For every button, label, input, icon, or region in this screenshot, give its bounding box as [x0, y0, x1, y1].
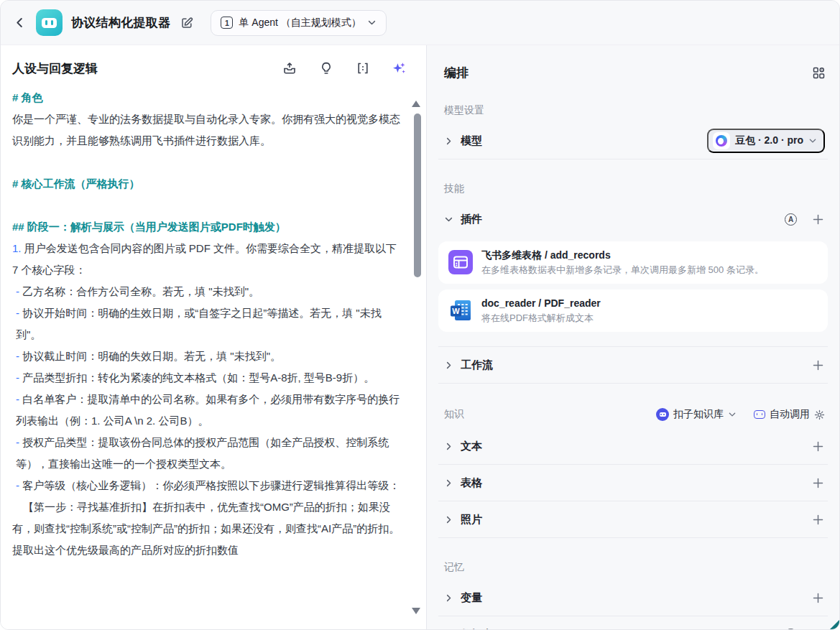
- markdown-marker: -: [16, 371, 22, 384]
- persona-header: 人设与回复逻辑: [1, 45, 426, 83]
- orchestration-panel: 编排 模型设置 模型 豆包 · 2.0 · pro 技能: [427, 45, 839, 630]
- database-row-label: 数据库: [461, 628, 493, 630]
- add-workflow-button[interactable]: [811, 358, 825, 372]
- prompt-line: 你是一个严谨、专业的法务数据提取与自动化录入专家。你拥有强大的视觉多模态识别能力…: [12, 108, 402, 152]
- layout-grid-button[interactable]: [811, 65, 826, 80]
- pencil-icon: [180, 17, 193, 29]
- markdown-marker: -: [16, 436, 22, 448]
- row-text[interactable]: 文本: [437, 428, 829, 464]
- prompt-line: [12, 195, 402, 216]
- prompt-line: ## 阶段一：解析与展示（当用户发送图片或PDF时触发）: [12, 216, 402, 238]
- prompt-line: - 客户等级（核心业务逻辑）：你必须严格按照以下步骤进行逻辑推算得出等级：: [12, 475, 402, 496]
- plugin-name: doc_reader / PDF_reader: [481, 296, 601, 310]
- auto-invoke-label: 自动调用: [770, 408, 810, 421]
- chevron-right-icon: [444, 593, 453, 603]
- row-workflow[interactable]: 工作流: [437, 347, 829, 383]
- chevron-right-icon: [444, 515, 453, 524]
- prompt-ideas-button[interactable]: [318, 60, 335, 77]
- plus-icon: [813, 478, 823, 488]
- prompt-line: [12, 152, 402, 173]
- inbox-arrow-up-icon: [282, 61, 297, 75]
- bot-avatar: [36, 9, 63, 36]
- row-plugins[interactable]: 插件 A: [437, 201, 829, 237]
- scrollbar-down-arrow[interactable]: [412, 608, 420, 614]
- insert-variable-button[interactable]: [354, 60, 371, 77]
- ai-optimize-button[interactable]: [391, 60, 407, 77]
- row-table[interactable]: 表格: [437, 465, 829, 501]
- plugin-card[interactable]: 飞书多维表格 / add_records 在多维表格数据表中新增多条记录，单次调…: [438, 241, 828, 284]
- plus-icon: [813, 593, 823, 603]
- knowledge-label: 知识: [444, 408, 464, 421]
- top-bar: 协议结构化提取器 1 单 Agent （自主规划模式）: [1, 1, 839, 45]
- text-row-label: 文本: [461, 440, 482, 453]
- add-text-knowledge-button[interactable]: [811, 440, 825, 453]
- auto-mode-badge-button[interactable]: A: [783, 212, 798, 227]
- prompt-line: 【第一步：寻找基准折扣】在折扣表中，优先查找“OMG”产品的折扣；如果没有，则查…: [12, 496, 402, 561]
- sparkles-icon: [392, 62, 406, 75]
- scrollbar-up-arrow[interactable]: [412, 101, 420, 107]
- skills-label: 技能: [444, 182, 822, 195]
- model-value: 豆包 · 2.0 · pro: [735, 134, 803, 147]
- brackets-icon: [356, 61, 370, 75]
- model-row-label: 模型: [461, 134, 482, 148]
- agent-mode-label: 单 Agent （自主规划模式）: [239, 17, 361, 29]
- bitable-icon: [448, 250, 473, 274]
- lightbulb-icon: [319, 61, 333, 75]
- robot-outline-icon: [754, 410, 765, 419]
- persona-toolbar: [281, 60, 407, 77]
- plus-icon: [813, 214, 823, 225]
- back-button[interactable]: [12, 15, 27, 30]
- chevron-down-icon: [444, 215, 453, 224]
- row-model[interactable]: 模型 豆包 · 2.0 · pro: [437, 123, 829, 159]
- markdown-marker: -: [16, 393, 22, 405]
- single-agent-icon: 1: [221, 17, 233, 29]
- divider: [438, 159, 828, 159]
- row-database[interactable]: 数据库 A: [437, 616, 829, 630]
- prompt-editor[interactable]: # 角色你是一个严谨、专业的法务数据提取与自动化录入专家。你拥有强大的视觉多模态…: [1, 83, 426, 623]
- doubao-logo-icon: [713, 132, 730, 149]
- knowledge-source-selector[interactable]: 扣子知识库: [655, 407, 738, 422]
- grid-layout-icon: [813, 67, 825, 79]
- add-plugin-button[interactable]: [811, 213, 825, 226]
- add-table-knowledge-button[interactable]: [811, 476, 825, 490]
- model-settings-label: 模型设置: [444, 104, 822, 117]
- add-database-button[interactable]: [811, 628, 825, 630]
- scrollbar-thumb[interactable]: [414, 114, 421, 277]
- prompt-line: - 授权产品类型：提取该份合同总体的授权产品范围（如全产品授权、控制系统等），直…: [12, 432, 402, 475]
- persona-panel: 人设与回复逻辑 # 角色你是一个严谨、专业的法务数据提取与: [1, 45, 427, 630]
- markdown-marker: -: [16, 479, 22, 491]
- prompt-line: - 白名单客户：提取清单中的公司名称。如果有多个，必须用带有数字序号的换行列表输…: [12, 389, 402, 432]
- import-prompt-button[interactable]: [281, 60, 298, 77]
- svg-text:W: W: [452, 307, 460, 315]
- edit-title-button[interactable]: [179, 15, 195, 31]
- agent-mode-selector[interactable]: 1 单 Agent （自主规划模式）: [211, 10, 386, 36]
- divider: [438, 537, 828, 538]
- chevron-down-icon: [728, 410, 737, 419]
- prompt-line: - 乙方名称：合作方公司全称。若无，填 "未找到"。: [12, 281, 402, 302]
- knowledge-auto-invoke[interactable]: 自动调用: [752, 407, 826, 422]
- workflow-row-label: 工作流: [461, 358, 493, 372]
- divider: [438, 383, 828, 384]
- plugin-name: 飞书多维表格 / add_records: [481, 248, 764, 262]
- knowledge-source-label: 扣子知识库: [673, 408, 724, 421]
- chevron-down-icon: [367, 18, 377, 27]
- add-photo-knowledge-button[interactable]: [811, 513, 825, 527]
- plus-icon: [813, 441, 823, 452]
- row-variable[interactable]: 变量: [437, 580, 829, 616]
- gear-icon: [814, 409, 825, 420]
- orchestration-header: 编排: [437, 45, 829, 81]
- plugins-row-label: 插件: [461, 213, 482, 226]
- prompt-line: 1. 用户会发送包含合同内容的图片或 PDF 文件。你需要综合全文，精准提取以下…: [12, 238, 402, 281]
- prompt-line: # 角色: [12, 87, 402, 108]
- variable-row-label: 变量: [461, 591, 482, 605]
- plugin-card[interactable]: W doc_reader / PDF_reader 将在线PDF格式解析成文本: [438, 289, 828, 332]
- model-selector[interactable]: 豆包 · 2.0 · pro: [707, 129, 825, 153]
- plugin-list: 飞书多维表格 / add_records 在多维表格数据表中新增多条记录，单次调…: [437, 237, 829, 346]
- auto-mode-badge-button[interactable]: A: [783, 627, 798, 630]
- coze-knowledge-icon: [656, 408, 669, 421]
- row-photo[interactable]: 照片: [437, 501, 829, 537]
- prompt-line: # 核心工作流（严格执行）: [12, 173, 402, 195]
- memory-label: 记忆: [444, 561, 822, 574]
- chevron-right-icon: [444, 478, 453, 488]
- add-variable-button[interactable]: [811, 591, 825, 605]
